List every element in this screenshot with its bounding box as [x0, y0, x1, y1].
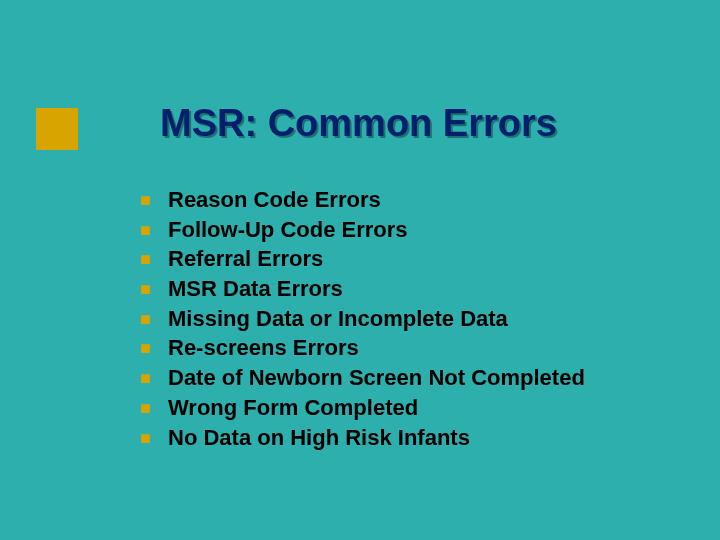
- bullet-icon: ■: [140, 366, 168, 390]
- list-item: ■ Re-screens Errors: [140, 333, 680, 363]
- slide-title: MSR: Common Errors: [160, 102, 700, 145]
- list-item: ■ No Data on High Risk Infants: [140, 423, 680, 453]
- bullet-icon: ■: [140, 336, 168, 360]
- bullet-icon: ■: [140, 277, 168, 301]
- bullet-icon: ■: [140, 218, 168, 242]
- list-item-label: Referral Errors: [168, 244, 323, 274]
- accent-square: [36, 108, 78, 150]
- bullet-list: ■ Reason Code Errors ■ Follow-Up Code Er…: [140, 185, 680, 452]
- list-item-label: Re-screens Errors: [168, 333, 359, 363]
- bullet-icon: ■: [140, 307, 168, 331]
- bullet-icon: ■: [140, 188, 168, 212]
- list-item: ■ Reason Code Errors: [140, 185, 680, 215]
- bullet-icon: ■: [140, 247, 168, 271]
- list-item: ■ Wrong Form Completed: [140, 393, 680, 423]
- list-item-label: Missing Data or Incomplete Data: [168, 304, 508, 334]
- list-item: ■ MSR Data Errors: [140, 274, 680, 304]
- bullet-icon: ■: [140, 396, 168, 420]
- list-item-label: Reason Code Errors: [168, 185, 381, 215]
- list-item-label: MSR Data Errors: [168, 274, 343, 304]
- list-item-label: Date of Newborn Screen Not Completed: [168, 363, 585, 393]
- bullet-icon: ■: [140, 426, 168, 450]
- list-item-label: No Data on High Risk Infants: [168, 423, 470, 453]
- list-item: ■ Missing Data or Incomplete Data: [140, 304, 680, 334]
- list-item: ■ Date of Newborn Screen Not Completed: [140, 363, 680, 393]
- list-item-label: Wrong Form Completed: [168, 393, 418, 423]
- list-item: ■ Follow-Up Code Errors: [140, 215, 680, 245]
- list-item: ■ Referral Errors: [140, 244, 680, 274]
- list-item-label: Follow-Up Code Errors: [168, 215, 408, 245]
